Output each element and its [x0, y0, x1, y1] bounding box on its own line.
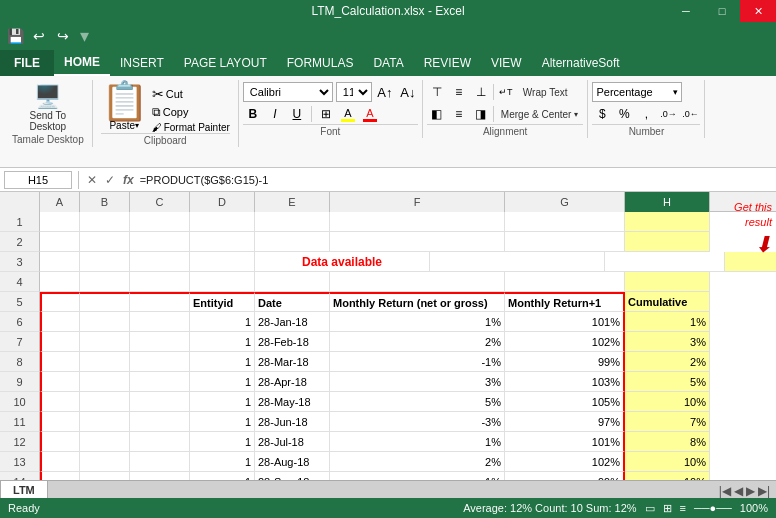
pagelayout-menu[interactable]: PAGE LAYOUT [174, 50, 277, 76]
cell-e2[interactable] [255, 232, 330, 252]
cell-f11[interactable]: -3% [330, 412, 505, 432]
cell-c2[interactable] [130, 232, 190, 252]
undo-quick-btn[interactable]: ↩ [28, 25, 50, 47]
number-format-dropdown[interactable]: Percentage ▾ [592, 82, 682, 102]
cell-a2[interactable] [40, 232, 80, 252]
font-name-selector[interactable]: Calibri [243, 82, 333, 102]
wrap-text-label-btn[interactable]: Wrap Text [518, 82, 573, 102]
cell-b6[interactable] [80, 312, 130, 332]
decrease-font-btn[interactable]: A↓ [398, 82, 418, 102]
minimize-button[interactable]: ─ [668, 0, 704, 22]
cell-e1[interactable] [255, 212, 330, 232]
paste-btn[interactable]: 📋 [101, 82, 148, 120]
underline-btn[interactable]: U [287, 104, 307, 124]
cell-f12[interactable]: 1% [330, 432, 505, 452]
cell-h13[interactable]: 10% [625, 452, 710, 472]
cell-f6[interactable]: 1% [330, 312, 505, 332]
merge-center-btn[interactable]: Merge & Center ▾ [496, 104, 584, 124]
col-header-d[interactable]: D [190, 192, 255, 212]
cell-g4[interactable] [505, 272, 625, 292]
cell-a4[interactable] [40, 272, 80, 292]
sheet-nav-first[interactable]: |◀ [719, 484, 731, 498]
cell-d7[interactable]: 1 [190, 332, 255, 352]
cell-c12[interactable] [130, 432, 190, 452]
cell-h9[interactable]: 5% [625, 372, 710, 392]
cell-a3[interactable] [40, 252, 80, 272]
cell-e3[interactable]: Data available [255, 252, 430, 272]
cell-d9[interactable]: 1 [190, 372, 255, 392]
cell-g6[interactable]: 101% [505, 312, 625, 332]
cell-h8[interactable]: 2% [625, 352, 710, 372]
cell-d6[interactable]: 1 [190, 312, 255, 332]
cell-a12[interactable] [40, 432, 80, 452]
align-right-btn[interactable]: ◨ [471, 104, 491, 124]
col-header-g[interactable]: G [505, 192, 625, 212]
bold-btn[interactable]: B [243, 104, 263, 124]
zoom-slider[interactable]: ──●── [694, 502, 732, 514]
cell-a13[interactable] [40, 452, 80, 472]
cell-e12[interactable]: 28-Jul-18 [255, 432, 330, 452]
align-middle-btn[interactable]: ≡ [449, 82, 469, 102]
format-painter-btn[interactable]: Format Painter [164, 122, 230, 133]
copy-btn[interactable]: Copy [163, 106, 189, 118]
cell-a1[interactable] [40, 212, 80, 232]
cell-b8[interactable] [80, 352, 130, 372]
insert-function-btn[interactable]: fx [121, 173, 136, 187]
cell-d2[interactable] [190, 232, 255, 252]
row-header-9[interactable]: 9 [0, 372, 40, 392]
cell-h3[interactable] [725, 252, 776, 272]
col-header-a[interactable]: A [40, 192, 80, 212]
cell-g3[interactable] [605, 252, 725, 272]
cell-e13[interactable]: 28-Aug-18 [255, 452, 330, 472]
formula-input[interactable] [140, 171, 772, 189]
cell-a7[interactable] [40, 332, 80, 352]
cell-f1[interactable] [330, 212, 505, 232]
row-header-4[interactable]: 4 [0, 272, 40, 292]
cell-f3[interactable] [430, 252, 605, 272]
cell-h11[interactable]: 7% [625, 412, 710, 432]
cell-e8[interactable]: 28-Mar-18 [255, 352, 330, 372]
data-menu[interactable]: DATA [363, 50, 413, 76]
row-header-8[interactable]: 8 [0, 352, 40, 372]
page-break-btn[interactable]: ≡ [680, 502, 686, 514]
sheet-nav-prev[interactable]: ◀ [734, 484, 743, 498]
cell-e4[interactable] [255, 272, 330, 292]
cell-e5[interactable]: Date [255, 292, 330, 312]
cell-e7[interactable]: 28-Feb-18 [255, 332, 330, 352]
cell-a8[interactable] [40, 352, 80, 372]
page-layout-btn[interactable]: ⊞ [663, 502, 672, 515]
cell-d12[interactable]: 1 [190, 432, 255, 452]
cell-e10[interactable]: 28-May-18 [255, 392, 330, 412]
cell-f4[interactable] [330, 272, 505, 292]
review-menu[interactable]: REVIEW [414, 50, 481, 76]
col-header-h[interactable]: H [625, 192, 710, 212]
col-header-f[interactable]: F [330, 192, 505, 212]
view-menu[interactable]: VIEW [481, 50, 532, 76]
row-header-13[interactable]: 13 [0, 452, 40, 472]
cell-g12[interactable]: 101% [505, 432, 625, 452]
cell-f8[interactable]: -1% [330, 352, 505, 372]
cell-d13[interactable]: 1 [190, 452, 255, 472]
formulas-menu[interactable]: FORMULAS [277, 50, 364, 76]
cell-e9[interactable]: 28-Apr-18 [255, 372, 330, 392]
cell-h12[interactable]: 8% [625, 432, 710, 452]
cell-e6[interactable]: 28-Jan-18 [255, 312, 330, 332]
cell-f2[interactable] [330, 232, 505, 252]
cell-h6[interactable]: 1% [625, 312, 710, 332]
cell-g8[interactable]: 99% [505, 352, 625, 372]
cell-c5[interactable] [130, 292, 190, 312]
align-bottom-btn[interactable]: ⊥ [471, 82, 491, 102]
cell-c8[interactable] [130, 352, 190, 372]
currency-btn[interactable]: $ [592, 104, 612, 124]
cell-g5[interactable]: Monthly Return+1 [505, 292, 625, 312]
cell-h7[interactable]: 3% [625, 332, 710, 352]
col-header-c[interactable]: C [130, 192, 190, 212]
col-header-b[interactable]: B [80, 192, 130, 212]
cell-h1[interactable] [625, 212, 710, 232]
cell-g7[interactable]: 102% [505, 332, 625, 352]
increase-decimal-btn[interactable]: .0→ [658, 104, 678, 124]
cell-d4[interactable] [190, 272, 255, 292]
row-header-7[interactable]: 7 [0, 332, 40, 352]
cell-g11[interactable]: 97% [505, 412, 625, 432]
redo-quick-btn[interactable]: ↪ [52, 25, 74, 47]
